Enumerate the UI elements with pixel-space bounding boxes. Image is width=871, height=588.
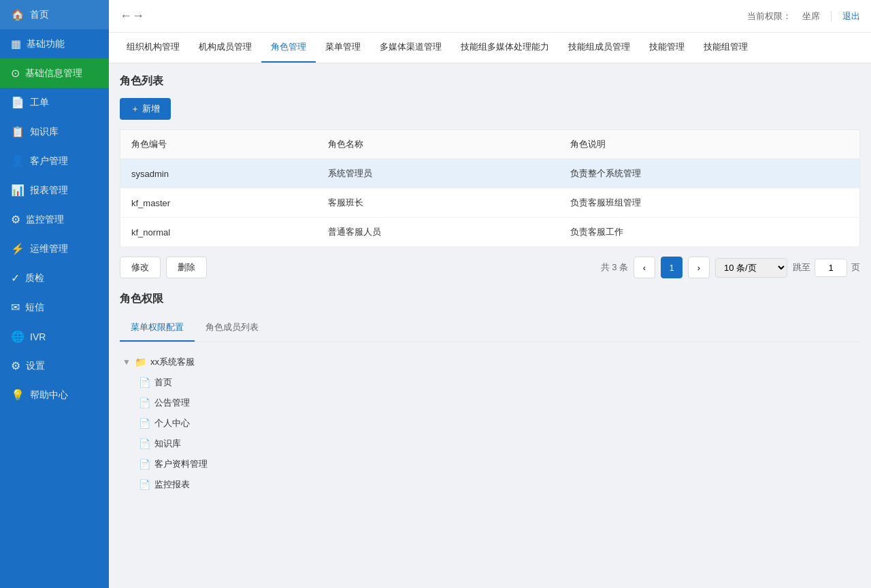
main-area: ←→ 当前权限： 坐席 退出 组织机构管理 机构成员管理 角色管理 菜单管理 多… <box>109 0 871 588</box>
sidebar-item-ivr[interactable]: 🌐 IVR <box>0 322 109 351</box>
sidebar-item-basic-info[interactable]: ⊙ 基础信息管理 <box>0 59 109 88</box>
tab-member[interactable]: 机构成员管理 <box>189 33 261 63</box>
tab-menu[interactable]: 菜单管理 <box>316 33 370 63</box>
divider <box>831 11 832 22</box>
permissions-section: 角色权限 菜单权限配置 角色成员列表 ▼ 📁 xx系统客服 📄首页📄公告管理📄个… <box>120 292 860 495</box>
tab-org[interactable]: 组织机构管理 <box>117 33 189 63</box>
sidebar-item-basic[interactable]: ▦ 基础功能 <box>0 29 109 59</box>
add-role-button[interactable]: ＋ 新增 <box>120 98 171 120</box>
tab-skill-media[interactable]: 技能组多媒体处理能力 <box>451 33 559 63</box>
tab-role[interactable]: 角色管理 <box>261 33 316 63</box>
modify-button[interactable]: 修改 <box>120 257 161 278</box>
prev-page-button[interactable]: ‹ <box>634 257 655 278</box>
role-list-title: 角色列表 <box>120 74 860 88</box>
user-icon: 👤 <box>11 154 24 167</box>
logout-button[interactable]: 退出 <box>842 10 860 22</box>
tree-node[interactable]: 📄个人中心 <box>136 413 860 434</box>
table-cell-id: kf_master <box>120 189 318 218</box>
plus-icon: ＋ <box>131 103 139 115</box>
sidebar-item-sms[interactable]: ✉ 短信 <box>0 293 109 322</box>
table-row[interactable]: sysadmin系统管理员负责整个系统管理 <box>120 159 860 189</box>
sidebar-item-customer[interactable]: 👤 客户管理 <box>0 146 109 176</box>
table-cell-name: 普通客服人员 <box>317 218 559 247</box>
folder-icon: 📁 <box>135 357 146 368</box>
topbar-left: ←→ <box>120 9 144 23</box>
action-buttons: 修改 删除 <box>120 257 207 278</box>
table-cell-id: kf_normal <box>120 218 318 247</box>
tab-media[interactable]: 多媒体渠道管理 <box>370 33 451 63</box>
page-size-select[interactable]: 10 条/页 20 条/页 50 条/页 <box>715 258 787 278</box>
permissions-tabs: 菜单权限配置 角色成员列表 <box>120 314 860 342</box>
file-icon: 📄 <box>139 397 150 408</box>
content: 角色列表 ＋ 新增 角色编号 角色名称 角色说明 sysadmin系统管理员负责… <box>109 63 871 588</box>
tab-skill-group[interactable]: 技能组管理 <box>694 33 757 63</box>
home-icon: 🏠 <box>11 8 24 21</box>
sidebar-item-knowledge[interactable]: 📋 知识库 <box>0 117 109 146</box>
table-cell-desc: 负责客服工作 <box>559 218 860 247</box>
perm-tab-members[interactable]: 角色成员列表 <box>195 314 269 342</box>
page-1-button[interactable]: 1 <box>661 257 683 278</box>
ivr-icon: 🌐 <box>11 330 24 343</box>
settings-icon: ⚙ <box>11 359 20 372</box>
file-icon: 📄 <box>139 438 150 449</box>
chart-icon: 📊 <box>11 184 24 197</box>
file-icon: 📄 <box>139 459 150 470</box>
sms-icon: ✉ <box>11 301 20 314</box>
sidebar-item-workbench[interactable]: 📄 工单 <box>0 88 109 117</box>
tree-root-node: ▼ 📁 xx系统客服 <box>120 352 860 372</box>
role-list-section: 角色列表 ＋ 新增 角色编号 角色名称 角色说明 sysadmin系统管理员负责… <box>120 74 860 278</box>
tree-node[interactable]: 📄知识库 <box>136 434 860 454</box>
role-table: 角色编号 角色名称 角色说明 sysadmin系统管理员负责整个系统管理kf_m… <box>120 129 860 247</box>
current-permission-value: 坐席 <box>802 10 820 22</box>
jump-to: 跳至 页 <box>793 259 860 277</box>
table-row[interactable]: kf_master客服班长负责客服班组管理 <box>120 189 860 218</box>
help-icon: 💡 <box>11 389 24 402</box>
book-icon: 📋 <box>11 125 24 138</box>
table-cell-desc: 负责整个系统管理 <box>559 159 860 189</box>
table-cell-name: 系统管理员 <box>317 159 559 189</box>
tree-node[interactable]: 📄公告管理 <box>136 393 860 413</box>
topbar: ←→ 当前权限： 坐席 退出 <box>109 0 871 33</box>
next-page-button[interactable]: › <box>688 257 710 278</box>
delete-button[interactable]: 删除 <box>166 257 207 278</box>
collapse-icon[interactable]: ←→ <box>120 9 144 23</box>
tab-skill-member[interactable]: 技能组成员管理 <box>559 33 640 63</box>
sidebar-item-settings[interactable]: ⚙ 设置 <box>0 351 109 380</box>
sidebar-item-quality[interactable]: ✓ 质检 <box>0 263 109 293</box>
tab-bar: 组织机构管理 机构成员管理 角色管理 菜单管理 多媒体渠道管理 技能组多媒体处理… <box>109 33 871 63</box>
table-row[interactable]: kf_normal普通客服人员负责客服工作 <box>120 218 860 247</box>
tree-node[interactable]: 📄客户资料管理 <box>136 454 860 474</box>
monitor-icon: ⚙ <box>11 213 20 226</box>
sidebar-item-monitor[interactable]: ⚙ 监控管理 <box>0 205 109 234</box>
topbar-right: 当前权限： 坐席 退出 <box>747 10 860 22</box>
pagination-area: 修改 删除 共 3 条 ‹ 1 › 10 条/页 20 条/页 50 条/ <box>120 257 860 278</box>
tree-children: 📄首页📄公告管理📄个人中心📄知识库📄客户资料管理📄监控报表 <box>120 372 860 495</box>
table-cell-name: 客服班长 <box>317 189 559 218</box>
collapse-icon[interactable]: ▼ <box>122 357 131 367</box>
sidebar-item-report[interactable]: 📊 报表管理 <box>0 176 109 205</box>
sidebar-item-help[interactable]: 💡 帮助中心 <box>0 380 109 410</box>
file-icon: 📄 <box>139 377 150 388</box>
col-header-name: 角色名称 <box>317 130 559 159</box>
doc-icon: 📄 <box>11 96 24 109</box>
jump-input[interactable] <box>815 259 847 277</box>
total-info: 共 3 条 <box>601 261 628 274</box>
sidebar-item-ops[interactable]: ⚡ 运维管理 <box>0 234 109 263</box>
quality-icon: ✓ <box>11 272 20 284</box>
table-cell-desc: 负责客服班组管理 <box>559 189 860 218</box>
tree-node[interactable]: 📄监控报表 <box>136 474 860 495</box>
file-icon: 📄 <box>139 479 150 490</box>
col-header-desc: 角色说明 <box>559 130 860 159</box>
tree-node[interactable]: 📄首页 <box>136 372 860 393</box>
file-icon: 📄 <box>139 418 150 429</box>
sidebar: 🏠 首页 ▦ 基础功能 ⊙ 基础信息管理 📄 工单 📋 知识库 👤 客户管理 📊… <box>0 0 109 588</box>
grid-icon: ▦ <box>11 37 21 50</box>
sidebar-item-home[interactable]: 🏠 首页 <box>0 0 109 29</box>
circle-icon: ⊙ <box>11 67 20 80</box>
ops-icon: ⚡ <box>11 242 24 255</box>
pagination: 共 3 条 ‹ 1 › 10 条/页 20 条/页 50 条/页 跳至 <box>601 257 860 278</box>
current-permission-label: 当前权限： <box>747 10 791 22</box>
tab-skill-mgmt[interactable]: 技能管理 <box>640 33 694 63</box>
perm-tab-menu[interactable]: 菜单权限配置 <box>120 314 195 342</box>
col-header-id: 角色编号 <box>120 130 318 159</box>
